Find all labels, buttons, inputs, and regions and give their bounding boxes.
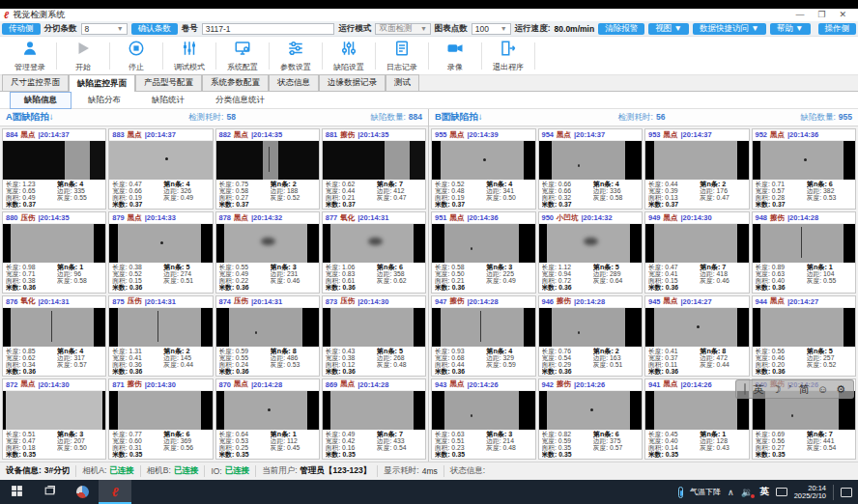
close-button[interactable]: ✕ <box>839 11 846 19</box>
start-button[interactable]: 开始 <box>57 38 109 74</box>
ime-simplified-mode[interactable]: 简 <box>799 383 810 395</box>
defect-thumbnail[interactable] <box>216 224 319 263</box>
help-menu-button[interactable]: 帮助 ▼ <box>770 23 811 35</box>
thermometer-icon[interactable] <box>678 487 683 498</box>
defect-card[interactable]: 953 黑点 |20:14:37 长度: 0.44 宽度: 0.39 面积: 0… <box>644 128 750 210</box>
log-record-button[interactable]: 日志记录 <box>376 38 428 74</box>
taskbar-app-vision-system[interactable]: ℓ <box>99 480 131 504</box>
defect-thumbnail[interactable] <box>216 308 319 347</box>
defect-thumbnail[interactable] <box>753 141 856 180</box>
tab-test[interactable]: 测试 <box>386 74 419 91</box>
defect-card[interactable]: 943 黑点 |20:14:26 长度: 0.63 宽度: 0.51 面积: 0… <box>431 378 536 460</box>
defect-thumbnail[interactable] <box>432 141 535 180</box>
defect-thumbnail[interactable] <box>753 308 856 347</box>
defect-card[interactable]: 869 黑点 |20:14:28 长度: 0.49 宽度: 0.42 面积: 0… <box>322 378 426 460</box>
defect-card[interactable]: 883 黑点 |20:14:37 长度: 0.47 宽度: 0.66 面积: 0… <box>108 128 213 210</box>
defect-card[interactable]: 945 黑点 |20:14:27 长度: 0.41 宽度: 0.37 面积: 0… <box>644 295 750 377</box>
defect-thumbnail[interactable] <box>3 308 105 347</box>
defect-thumbnail[interactable] <box>3 141 105 180</box>
debug-mode-button[interactable]: 调试模式 <box>163 38 215 74</box>
defect-card[interactable]: 872 黑点 |20:14:30 长度: 0.51 宽度: 0.47 面积: 0… <box>2 378 106 460</box>
taskbar-clock[interactable]: 20:14 2025/2/10 <box>794 485 826 500</box>
minimize-button[interactable]: — <box>795 11 804 19</box>
params-settings-button[interactable]: 参数设置 <box>270 38 322 74</box>
defect-thumbnail[interactable] <box>432 391 535 430</box>
subtab-defect-info[interactable]: 缺陷信息 <box>10 92 72 109</box>
touch-keyboard-icon[interactable] <box>776 488 787 496</box>
exit-program-button[interactable]: 退出程序 <box>482 38 534 74</box>
defect-thumbnail[interactable] <box>323 308 425 347</box>
defect-thumbnail[interactable] <box>216 391 319 430</box>
defect-card[interactable]: 949 黑点 |20:14:30 长度: 0.47 宽度: 0.41 面积: 0… <box>644 211 750 293</box>
drive-side-button[interactable]: 传动侧 <box>2 23 41 35</box>
tab-defect-monitor[interactable]: 缺陷监控界面 <box>69 74 135 92</box>
defect-card[interactable]: 942 擦伤 |20:14:26 长度: 0.82 宽度: 0.59 面积: 0… <box>538 378 644 460</box>
defect-card[interactable]: 951 黑点 |20:14:36 长度: 0.58 宽度: 0.50 面积: 0… <box>431 211 536 293</box>
weather-text[interactable]: 气温下降 <box>690 487 721 497</box>
start-button[interactable] <box>0 480 33 504</box>
run-mode-select[interactable]: 双面检测 ▼ <box>375 23 430 35</box>
defect-thumbnail[interactable] <box>645 224 749 263</box>
subtab-class-statistics[interactable]: 分类信息统计 <box>201 92 279 109</box>
ime-emoji-icon[interactable]: ☺ <box>817 383 828 395</box>
defect-thumbnail[interactable] <box>645 308 749 347</box>
maximize-button[interactable]: ❐ <box>817 11 825 19</box>
defect-card[interactable]: 947 擦伤 |20:14:28 长度: 0.93 宽度: 0.68 面积: 0… <box>431 295 536 377</box>
defect-thumbnail[interactable] <box>109 141 212 180</box>
record-video-button[interactable]: 录像 <box>429 38 481 74</box>
defect-card[interactable]: 946 擦伤 |20:14:28 长度: 0.76 宽度: 0.54 面积: 0… <box>538 295 644 377</box>
ime-settings-gear-icon[interactable]: ⚙ <box>836 383 845 395</box>
defect-thumbnail[interactable] <box>539 308 643 347</box>
defect-thumbnail[interactable] <box>432 224 535 263</box>
tab-edge-data-log[interactable]: 边缘数据记录 <box>319 74 386 91</box>
defect-card[interactable]: 874 压伤 |20:14:31 长度: 0.59 宽度: 0.55 面积: 0… <box>215 295 320 377</box>
clear-alarm-button[interactable]: 清除报警 <box>598 23 644 35</box>
defect-card[interactable]: 944 黑点 |20:14:27 长度: 0.56 宽度: 0.46 面积: 0… <box>752 295 857 377</box>
system-config-button[interactable]: 系统配置 <box>216 38 269 74</box>
admin-login-button[interactable]: 管理登录 <box>4 38 56 74</box>
ime-english-mode[interactable]: 英 <box>754 383 764 395</box>
tab-status-info[interactable]: 状态信息 <box>269 74 319 91</box>
defect-card[interactable]: 941 黑点 |20:14:26 长度: 0.45 宽度: 0.40 面积: 0… <box>644 378 750 460</box>
defect-card[interactable]: 871 擦伤 |20:14:30 长度: 0.77 宽度: 0.60 面积: 0… <box>108 378 213 460</box>
defect-thumbnail[interactable] <box>323 224 425 263</box>
taskbar-app-browser[interactable] <box>66 480 99 504</box>
defect-thumbnail[interactable] <box>323 141 425 180</box>
confirm-count-button[interactable]: 确认条数 <box>131 23 178 35</box>
defect-card[interactable]: 952 黑点 |20:14:36 长度: 0.71 宽度: 0.57 面积: 0… <box>752 128 857 210</box>
speaker-icon[interactable]: 🔉 <box>741 488 753 497</box>
data-access-menu-button[interactable]: 数据快捷访问 ▼ <box>693 23 766 35</box>
hidden-icons-chevron[interactable]: ∧ <box>728 488 734 497</box>
defect-card[interactable]: 884 黑点 |20:14:37 长度: 1.23 宽度: 0.65 面积: 0… <box>2 128 106 210</box>
defect-thumbnail[interactable] <box>645 141 749 180</box>
subtab-defect-distribution[interactable]: 缺陷分布 <box>73 92 135 109</box>
defect-thumbnail[interactable] <box>3 391 105 430</box>
tab-product-config[interactable]: 产品型号配置 <box>135 74 202 91</box>
defect-card[interactable]: 954 黑点 |20:14:37 长度: 0.66 宽度: 0.66 面积: 0… <box>538 128 644 210</box>
defect-card[interactable]: 880 压伤 |20:14:35 长度: 0.98 宽度: 0.71 面积: 0… <box>2 211 106 293</box>
defect-card[interactable]: 955 黑点 |20:14:39 长度: 0.52 宽度: 0.48 面积: 0… <box>431 128 536 210</box>
roll-number-input[interactable] <box>202 23 335 35</box>
defect-card[interactable]: 878 黑点 |20:14:32 长度: 0.55 宽度: 0.49 面积: 0… <box>215 211 320 293</box>
slit-count-select[interactable]: 8 ▼ <box>81 23 128 35</box>
defect-thumbnail[interactable] <box>753 224 856 263</box>
stop-button[interactable]: 停止 <box>110 38 162 74</box>
task-view-button[interactable] <box>33 480 66 504</box>
defect-card[interactable]: 879 黑点 |20:14:33 长度: 0.38 宽度: 0.52 面积: 0… <box>108 211 213 293</box>
chart-points-select[interactable]: 100 ▼ <box>472 23 511 35</box>
defect-thumbnail[interactable] <box>3 224 105 263</box>
defect-thumbnail[interactable] <box>645 391 749 430</box>
defect-thumbnail[interactable] <box>432 308 535 347</box>
defect-settings-button[interactable]: 缺陷设置 <box>323 38 375 74</box>
defect-card[interactable]: 873 压伤 |20:14:30 长度: 0.43 宽度: 0.38 面积: 0… <box>322 295 426 377</box>
defect-card[interactable]: 870 黑点 |20:14:28 长度: 0.64 宽度: 0.53 面积: 0… <box>215 378 320 460</box>
defect-thumbnail[interactable] <box>539 224 643 263</box>
ime-drag-handle[interactable] <box>744 383 746 395</box>
notification-center-icon[interactable] <box>841 488 852 497</box>
view-menu-button[interactable]: 视图 ▼ <box>648 23 689 35</box>
defect-card[interactable]: 881 擦伤 |20:14:35 长度: 0.62 宽度: 0.44 面积: 0… <box>322 128 426 210</box>
ime-punctuation-icon[interactable]: ’ <box>788 383 790 395</box>
defect-card[interactable]: 875 压伤 |20:14:31 长度: 1.31 宽度: 0.41 面积: 0… <box>108 295 213 377</box>
defect-card[interactable]: 877 氧化 |20:14:31 长度: 1.06 宽度: 0.83 面积: 0… <box>322 211 426 293</box>
defect-thumbnail[interactable] <box>109 308 212 347</box>
